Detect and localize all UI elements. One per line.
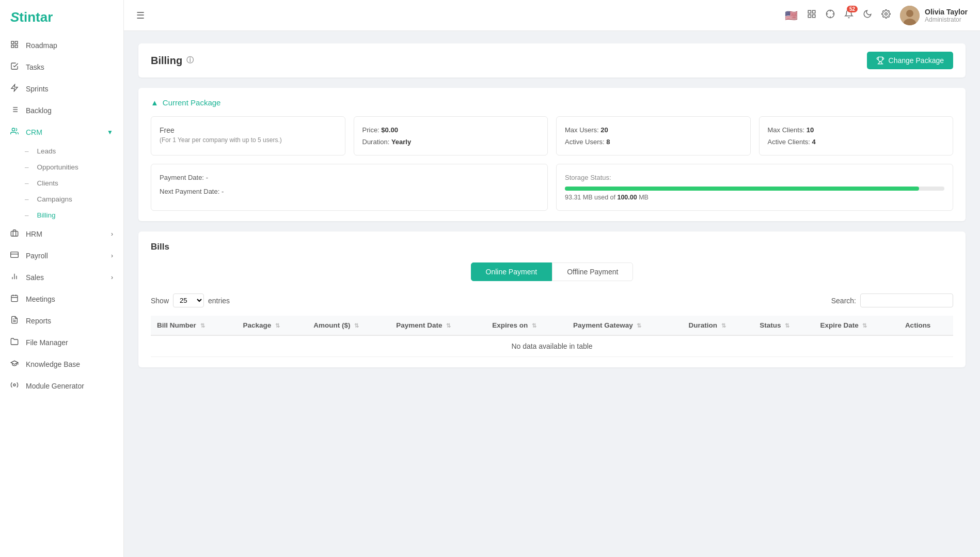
- offline-payment-tab[interactable]: Offline Payment: [552, 262, 633, 281]
- search-input[interactable]: [860, 293, 953, 307]
- svg-marker-4: [11, 84, 18, 91]
- payment-tabs: Online Payment Offline Payment: [151, 262, 953, 281]
- sidebar-item-file-manager[interactable]: File Manager: [0, 332, 123, 353]
- brand-name: Stintar: [10, 9, 53, 25]
- current-package-toggle[interactable]: ▲ Current Package: [151, 98, 953, 107]
- header-right: 🇺🇸 52: [785, 6, 968, 25]
- sidebar-subitem-opportunities[interactable]: Opportunities: [0, 159, 123, 175]
- sidebar-item-module-generator[interactable]: Module Generator: [0, 375, 123, 397]
- sidebar-item-hrm[interactable]: HRM ›: [0, 223, 123, 245]
- sidebar-item-roadmap[interactable]: Roadmap: [0, 35, 123, 56]
- col-status: Status ⇅: [753, 316, 814, 335]
- hrm-chevron-icon: ›: [111, 230, 113, 238]
- no-data-row: No data available in table: [151, 335, 953, 357]
- language-flag-icon[interactable]: 🇺🇸: [785, 9, 798, 22]
- bills-section: Bills Online Payment Offline Payment Sho…: [138, 231, 966, 367]
- sidebar-item-sprints[interactable]: Sprints: [0, 78, 123, 100]
- col-label: Expire Date: [820, 321, 858, 329]
- sidebar-item-label: Backlog: [26, 106, 52, 115]
- settings-gear-icon[interactable]: [881, 9, 891, 21]
- billing-info-icon[interactable]: ⓘ: [186, 56, 194, 65]
- search-control: Search:: [831, 293, 953, 307]
- sprints-icon: [10, 84, 20, 94]
- storage-bar-fill: [565, 187, 919, 191]
- duration-row: Duration: Yearly: [362, 138, 540, 146]
- sales-chevron-icon: ›: [111, 274, 113, 281]
- sidebar-item-reports[interactable]: Reports: [0, 310, 123, 332]
- logo: Stintar: [0, 0, 123, 35]
- sidebar-item-payroll[interactable]: Payroll ›: [0, 245, 123, 267]
- active-users-row: Active Users: 8: [565, 138, 742, 146]
- clients-card: Max Clients: 10 Active Clients: 4: [759, 116, 954, 156]
- col-package: Package ⇅: [237, 316, 308, 335]
- col-label: Actions: [905, 321, 931, 329]
- svg-rect-13: [11, 252, 19, 258]
- subitem-label: Clients: [37, 179, 58, 187]
- svg-point-11: [12, 128, 14, 131]
- col-label: Payment Date: [396, 321, 442, 329]
- col-duration: Duration ⇅: [683, 316, 754, 335]
- sidebar-subitem-campaigns[interactable]: Campaigns: [0, 191, 123, 207]
- change-package-label: Change Package: [889, 56, 944, 65]
- dark-mode-icon[interactable]: [863, 9, 872, 21]
- max-clients-row: Max Clients: 10: [768, 126, 945, 134]
- svg-rect-28: [813, 15, 815, 18]
- sidebar-item-label: Sales: [26, 273, 44, 282]
- active-clients-row: Active Clients: 4: [768, 138, 945, 146]
- col-label: Bill Number: [157, 321, 196, 329]
- sidebar-item-tasks[interactable]: Tasks: [0, 56, 123, 78]
- sidebar-item-meetings[interactable]: Meetings: [0, 288, 123, 310]
- avatar: [900, 6, 920, 25]
- subitem-label: Opportunities: [37, 163, 78, 171]
- package-secondary-grid: Payment Date: - Next Payment Date: - Sto…: [151, 164, 953, 211]
- apps-grid-icon[interactable]: [807, 9, 816, 21]
- subitem-label: Campaigns: [37, 195, 72, 203]
- sidebar-subitem-leads[interactable]: Leads: [0, 143, 123, 159]
- entries-label: entries: [208, 297, 230, 305]
- sidebar-nav: Roadmap Tasks Sprints Backlog CRM: [0, 35, 123, 557]
- col-amount: Amount ($) ⇅: [307, 316, 390, 335]
- sort-icon: ⇅: [446, 322, 451, 329]
- sort-icon: ⇅: [200, 322, 205, 329]
- price-row: Price: $0.00: [362, 126, 540, 134]
- section-title: Current Package: [163, 98, 221, 107]
- sidebar-item-knowledge-base[interactable]: Knowledge Base: [0, 353, 123, 375]
- toggle-chevron-icon: ▲: [151, 98, 159, 107]
- notification-bell-icon[interactable]: 52: [844, 9, 853, 21]
- entries-select[interactable]: 10 25 50 100: [173, 293, 204, 307]
- sort-icon: ⇅: [721, 322, 726, 329]
- payment-date-row: Payment Date: -: [160, 174, 539, 181]
- sidebar-subitem-billing[interactable]: Billing: [0, 207, 123, 223]
- crosshair-icon[interactable]: [826, 9, 835, 21]
- sidebar-item-backlog[interactable]: Backlog: [0, 100, 123, 121]
- svg-point-24: [13, 384, 15, 386]
- change-package-button[interactable]: Change Package: [867, 52, 953, 69]
- sidebar: Stintar Roadmap Tasks Sprints Back: [0, 0, 124, 557]
- storage-used: 93.31: [565, 194, 581, 201]
- sidebar-item-crm[interactable]: CRM ▼: [0, 121, 123, 143]
- sidebar-subitem-clients[interactable]: Clients: [0, 175, 123, 191]
- page-title-container: Billing ⓘ: [151, 55, 194, 67]
- page-title-text: Billing: [151, 55, 182, 67]
- col-label: Expires on: [492, 321, 528, 329]
- sort-icon: ⇅: [637, 322, 641, 329]
- trophy-icon: [876, 56, 884, 65]
- user-profile[interactable]: Olivia Taylor Administrator: [900, 6, 968, 25]
- package-info-grid: Free (For 1 Year per company with up to …: [151, 116, 953, 156]
- storage-status-label: Storage Status:: [565, 174, 944, 181]
- sidebar-item-label: Module Generator: [26, 382, 84, 390]
- sidebar-item-label: Reports: [26, 317, 51, 325]
- storage-text: 93.31 MB used of 100.00 MB: [565, 194, 944, 201]
- reports-icon: [10, 316, 20, 326]
- col-expire-date: Expire Date ⇅: [814, 316, 898, 335]
- table-controls: Show 10 25 50 100 entries Search:: [151, 293, 953, 307]
- online-payment-tab[interactable]: Online Payment: [471, 262, 552, 281]
- sidebar-item-label: Knowledge Base: [26, 360, 80, 368]
- active-clients-value: 4: [812, 138, 816, 146]
- col-payment-gateway: Payment Gateway ⇅: [567, 316, 682, 335]
- crm-chevron-icon: ▼: [107, 129, 113, 136]
- sidebar-item-sales[interactable]: Sales ›: [0, 267, 123, 288]
- sort-icon: ⇅: [862, 322, 867, 329]
- svg-rect-0: [11, 41, 14, 44]
- menu-toggle-icon[interactable]: ☰: [136, 10, 145, 21]
